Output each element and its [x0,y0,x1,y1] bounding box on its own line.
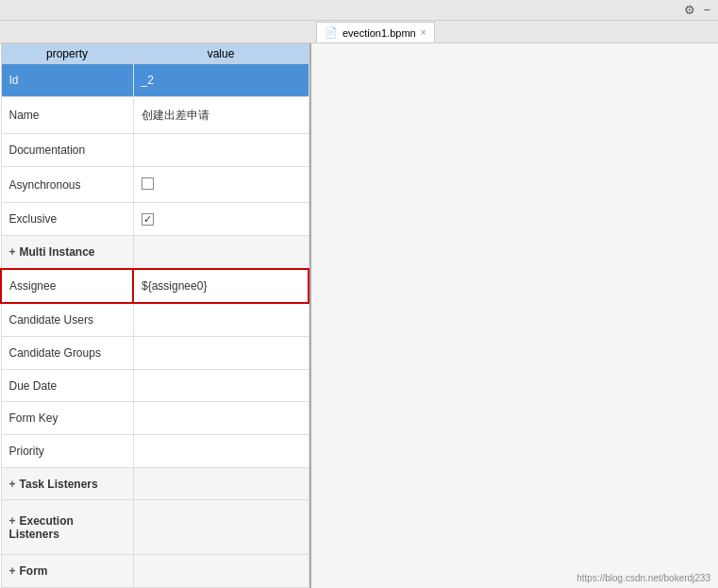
prop-value-cell [133,337,309,370]
table-row[interactable]: Assignee${assignee0} [1,269,309,303]
table-row[interactable]: +Form [1,555,309,588]
tab-file-icon: 📄 [325,26,338,39]
prop-value-cell [133,303,309,337]
prop-value-cell [133,167,309,203]
flow-arrows [311,43,718,588]
prop-name-cell: Form Key [1,402,133,435]
prop-value-cell [133,435,309,468]
col-property-header: property [1,44,133,64]
prop-name-cell: Priority [1,435,133,468]
gear-icon[interactable]: ⚙ [684,3,695,17]
table-row[interactable]: Candidate Users [1,303,309,337]
canvas-area: StartEvent 👤 创建出差申请 👤 经理审批 [311,43,718,588]
prop-value-cell [133,134,309,167]
prop-name-cell: Exclusive [1,203,133,236]
prop-value-cell: 创建出差申请 [133,96,309,134]
tab-bar: 📄 evection1.bpmn × [0,21,718,43]
prop-name-cell: Candidate Users [1,303,133,337]
prop-value-cell: _2 [133,64,309,97]
expand-icon[interactable]: + [9,564,16,578]
prop-name-cell: +Execution Listeners [1,500,133,555]
bpmn-canvas[interactable]: StartEvent 👤 创建出差申请 👤 经理审批 [311,43,718,588]
checkbox-empty[interactable] [142,177,154,190]
watermark: https://blog.csdn.net/bokerdj233 [576,573,710,583]
prop-value-cell [133,369,309,402]
prop-value-cell [133,467,309,500]
prop-name-cell: Assignee [1,269,133,303]
prop-name-cell: +Task Listeners [1,467,133,500]
table-row[interactable]: +Execution Listeners [1,500,309,555]
table-row[interactable]: Priority [1,435,309,468]
table-row[interactable]: Due Date [1,369,309,402]
prop-name-cell: Due Date [1,369,133,402]
prop-value-cell [133,555,309,588]
table-row[interactable]: Id_2 [1,64,309,97]
expand-icon[interactable]: + [9,245,16,259]
tab-label: evection1.bpmn [342,27,416,39]
prop-name-cell: Asynchronous [1,167,133,203]
prop-name-cell: Documentation [1,134,133,167]
prop-name-cell: Candidate Groups [1,337,133,370]
tab-close-button[interactable]: × [421,27,426,38]
expand-icon[interactable]: + [9,514,16,528]
table-row[interactable]: Documentation [1,134,309,167]
table-row[interactable]: Exclusive✓ [1,203,309,236]
property-table: property value Id_2Name创建出差申请Documentati… [0,43,309,588]
prop-value-cell: ✓ [133,203,309,236]
main-area: property value Id_2Name创建出差申请Documentati… [0,43,718,588]
prop-value-cell [133,500,309,555]
expand-icon[interactable]: + [9,478,16,491]
minus-icon[interactable]: − [703,3,710,17]
file-tab[interactable]: 📄 evection1.bpmn × [316,22,435,42]
prop-value-cell [133,235,309,269]
top-bar: ⚙ − [0,0,718,21]
prop-value-cell: ${assignee0} [133,269,309,303]
table-row[interactable]: Asynchronous [1,167,309,203]
table-row[interactable]: +Multi Instance [1,235,309,269]
table-row[interactable]: Candidate Groups [1,337,309,370]
prop-value-cell [133,402,309,435]
properties-panel: property value Id_2Name创建出差申请Documentati… [0,43,311,588]
table-row[interactable]: Form Key [1,402,309,435]
col-value-header: value [133,44,309,64]
prop-name-cell: +Form [1,555,133,588]
table-row[interactable]: +Task Listeners [1,467,309,500]
prop-name-cell: Id [1,64,133,97]
prop-name-cell: +Multi Instance [1,235,133,269]
checkbox-checked[interactable]: ✓ [142,213,154,226]
table-row[interactable]: Name创建出差申请 [1,96,309,134]
prop-name-cell: Name [1,96,133,134]
